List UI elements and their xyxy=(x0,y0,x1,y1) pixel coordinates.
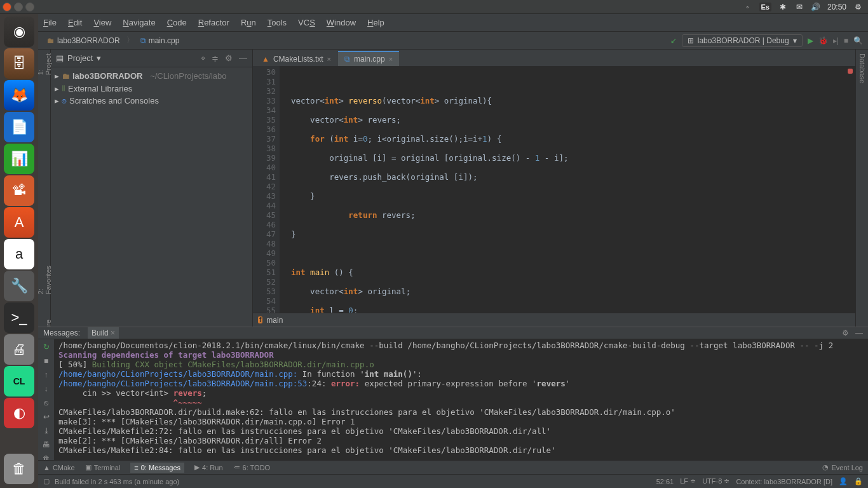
firefox-icon[interactable]: 🦊 xyxy=(4,80,34,111)
sidebar-tab-structure[interactable]: 7: Structure xyxy=(38,320,52,327)
tool-window-event-log[interactable]: ◔ Event Log xyxy=(822,463,863,471)
menu-code[interactable]: Code xyxy=(167,18,187,27)
breadcrumb-project[interactable]: 🖿 labo3BORRADOR xyxy=(43,35,124,46)
menu-edit[interactable]: Edit xyxy=(68,18,82,27)
print-icon[interactable]: 🖶 xyxy=(41,440,51,450)
tree-expand-icon[interactable]: ▸ xyxy=(55,84,59,93)
status-icon[interactable]: ▢ xyxy=(43,477,50,485)
gear-icon[interactable]: ⚙ xyxy=(225,53,233,64)
breadcrumb-function-label[interactable]: main xyxy=(266,316,283,325)
libreoffice-impress-icon[interactable]: 📽 xyxy=(4,175,34,206)
menu-file[interactable]: File xyxy=(43,18,57,27)
system-settings-icon[interactable]: 🔧 xyxy=(4,271,34,301)
sidebar-tab-project[interactable]: 1: Project xyxy=(38,53,52,75)
down-icon[interactable]: ↓ xyxy=(41,384,51,394)
app-icon[interactable]: ◐ xyxy=(4,398,34,428)
rerun-icon[interactable]: ↻ xyxy=(41,342,51,352)
right-tool-stripe: Database xyxy=(855,50,868,327)
clock[interactable]: 20:50 xyxy=(827,3,846,11)
sidebar-tab-favorites[interactable]: 2: Favorites xyxy=(38,266,52,294)
build-configuration-selector[interactable]: ⊞ labo3BORRADOR | Debug ▾ xyxy=(682,34,803,47)
hide-icon[interactable]: — xyxy=(855,329,863,337)
build-console[interactable]: /home/bangho/Documentos/clion-2018.2.1/b… xyxy=(55,339,868,464)
tool-window-terminal[interactable]: ▣ Terminal xyxy=(85,463,121,473)
stop-button[interactable]: ■ xyxy=(844,36,848,45)
terminal-icon[interactable]: >_ xyxy=(4,302,34,333)
run-button[interactable]: ▶ xyxy=(808,36,813,45)
menu-window[interactable]: Window xyxy=(327,18,356,27)
inspection-icon[interactable]: 👤 xyxy=(839,477,848,485)
menu-vcs[interactable]: VCS xyxy=(298,18,315,27)
code-editor[interactable]: 3031323334353637383940414243444546474849… xyxy=(253,66,855,313)
collapse-all-icon[interactable]: ≑ xyxy=(212,53,219,64)
attach-button[interactable]: ▸| xyxy=(833,36,839,45)
close-icon[interactable] xyxy=(3,3,11,11)
minimize-icon[interactable] xyxy=(14,3,23,11)
project-tree[interactable]: ▸🖿labo3BORRADOR ~/CLionProjects/labo ▸⫴E… xyxy=(51,67,252,109)
context-indicator[interactable]: Context: labo3BORRADOR [D] xyxy=(736,478,832,485)
line-separator[interactable]: LF ≑ xyxy=(680,477,696,485)
file-encoding[interactable]: UTF-8 ≑ xyxy=(702,477,729,485)
stop-icon[interactable]: ■ xyxy=(41,356,51,366)
build-icon[interactable]: ↙ xyxy=(670,36,677,45)
hide-icon[interactable]: — xyxy=(239,53,247,64)
soft-wrap-icon[interactable]: ↩ xyxy=(41,412,51,422)
maximize-icon[interactable] xyxy=(25,3,34,11)
close-icon[interactable]: × xyxy=(327,55,331,63)
trash-icon[interactable]: 🗑 xyxy=(4,454,34,484)
amazon-icon[interactable]: a xyxy=(4,239,34,269)
sidebar-tab-database[interactable]: Database xyxy=(858,53,866,83)
tree-item-label: Scratches and Consoles xyxy=(69,96,159,105)
bluetooth-icon[interactable]: ✱ xyxy=(778,2,788,12)
ubuntu-dash-icon[interactable]: ◉ xyxy=(4,17,34,47)
left-tool-stripe: 1: Project 2: Favorites 7: Structure xyxy=(38,50,51,327)
chevron-down-icon[interactable]: ▾ xyxy=(97,53,101,63)
menu-tools[interactable]: Tools xyxy=(268,18,287,27)
caret-position[interactable]: 52:61 xyxy=(656,478,674,485)
wifi-icon[interactable]: ◦ xyxy=(743,2,753,12)
menu-view[interactable]: View xyxy=(93,18,111,27)
volume-icon[interactable]: 🔊 xyxy=(811,2,821,12)
close-icon[interactable]: × xyxy=(389,55,393,63)
search-everywhere-button[interactable]: 🔍 xyxy=(853,36,863,45)
menu-run[interactable]: Run xyxy=(241,18,256,27)
project-title[interactable]: Project xyxy=(67,53,93,63)
tree-expand-icon[interactable]: ▸ xyxy=(55,71,59,81)
files-icon[interactable]: 🗄 xyxy=(4,48,34,79)
close-icon[interactable]: × xyxy=(111,329,115,337)
tool-window-messages[interactable]: ≡ 0: Messages xyxy=(130,463,184,473)
tool-window-cmake[interactable]: ▲ CMake xyxy=(43,463,75,473)
locate-icon[interactable]: ⌖ xyxy=(201,53,205,64)
keyboard-layout-indicator[interactable]: Es xyxy=(759,3,771,11)
gear-icon[interactable]: ⚙ xyxy=(842,329,849,337)
libreoffice-writer-icon[interactable]: 📄 xyxy=(4,112,34,142)
tab-cmakelists[interactable]: ▲ CMakeLists.txt × xyxy=(255,51,337,66)
ubuntu-software-icon[interactable]: A xyxy=(4,207,34,238)
error-indicator-icon[interactable] xyxy=(848,69,853,74)
status-message: Build failed in 2 s 463 ms (a minute ago… xyxy=(55,478,179,485)
scroll-icon[interactable]: ⤓ xyxy=(41,426,51,436)
breadcrumb-file[interactable]: ⧉ main.cpp xyxy=(137,35,184,46)
filter-icon[interactable]: ⎋ xyxy=(41,398,51,408)
tab-main-cpp[interactable]: ⧉ main.cpp × xyxy=(338,51,399,66)
cpp-file-icon: ⧉ xyxy=(140,36,146,45)
menu-refactor[interactable]: Refactor xyxy=(198,18,229,27)
tool-window-todo[interactable]: ≔ 6: TODO xyxy=(233,463,271,473)
menu-navigate[interactable]: Navigate xyxy=(123,18,155,27)
fold-gutter xyxy=(280,66,288,313)
mail-icon[interactable]: ✉ xyxy=(794,2,804,12)
scratches-icon: ⌾ xyxy=(62,96,67,105)
libreoffice-calc-icon[interactable]: 📊 xyxy=(4,144,34,174)
breadcrumb-label: labo3BORRADOR xyxy=(57,36,120,45)
clion-icon[interactable]: CL xyxy=(4,366,34,396)
debug-button[interactable]: 🐞 xyxy=(818,36,828,45)
lock-icon[interactable]: 🔒 xyxy=(854,477,863,485)
up-icon[interactable]: ↑ xyxy=(41,370,51,380)
tab-label: main.cpp xyxy=(354,55,385,64)
messages-tab-build[interactable]: Build × xyxy=(88,327,119,339)
menu-help[interactable]: Help xyxy=(367,18,384,27)
tool-window-run[interactable]: ▶ 4: Run xyxy=(194,463,222,473)
gear-icon[interactable]: ⚙ xyxy=(853,2,863,12)
printer-icon[interactable]: 🖨 xyxy=(4,334,34,365)
tree-expand-icon[interactable]: ▸ xyxy=(55,96,59,105)
